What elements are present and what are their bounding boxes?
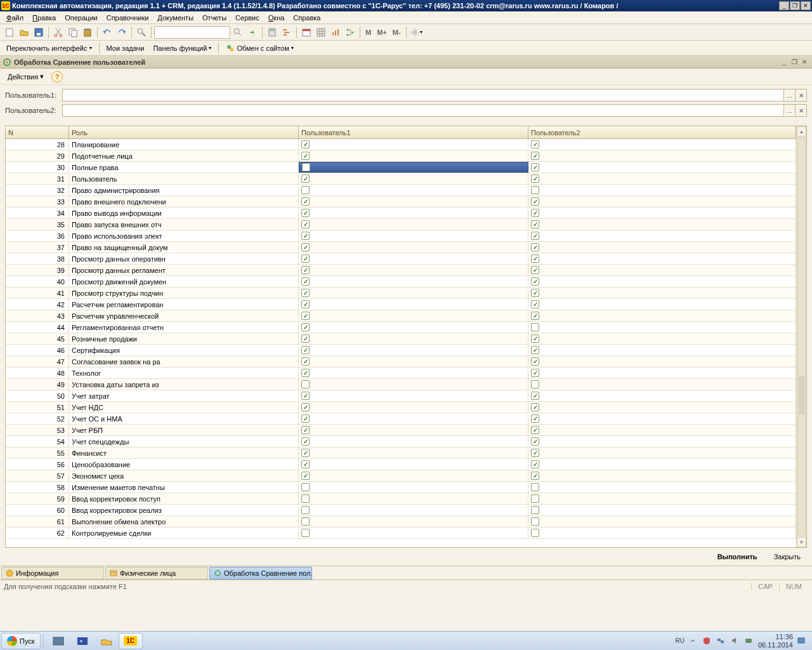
table-row[interactable]: 50Учет затрат <box>6 390 796 402</box>
close-form-button[interactable]: Закрыть <box>769 552 806 562</box>
checkbox-icon[interactable] <box>301 506 310 514</box>
checkbox-icon[interactable] <box>301 186 310 194</box>
cell-user1[interactable] <box>299 219 528 230</box>
checkbox-icon[interactable] <box>531 163 539 171</box>
cell-user1[interactable] <box>299 150 528 161</box>
checkbox-icon[interactable] <box>301 209 310 217</box>
open-icon[interactable] <box>17 25 31 39</box>
cell-user1[interactable] <box>299 185 528 196</box>
checkbox-icon[interactable] <box>301 140 310 149</box>
cell-user1[interactable] <box>299 299 528 310</box>
checkbox-icon[interactable] <box>301 323 310 331</box>
table-row[interactable]: 45Розничные продажи <box>6 333 796 345</box>
scroll-up-icon[interactable]: ▲ <box>797 126 806 136</box>
undo-icon[interactable] <box>100 25 114 39</box>
m-icon[interactable]: M <box>363 25 374 39</box>
cell-user2[interactable] <box>528 516 796 527</box>
actions-dropdown[interactable]: Действия▾ <box>4 71 48 82</box>
table-row[interactable]: 62Контролируемые сделки <box>6 527 796 539</box>
cell-user2[interactable] <box>528 230 796 241</box>
taskbar-app-3[interactable] <box>95 633 119 649</box>
my-tasks-button[interactable]: Мои задачи <box>103 43 148 53</box>
checkbox-icon[interactable] <box>531 243 539 251</box>
table-row[interactable]: 34Право вывода информации <box>6 208 796 219</box>
cell-user2[interactable] <box>528 288 796 298</box>
tab-information[interactable]: Информация <box>1 567 104 580</box>
gantt-icon[interactable] <box>280 25 294 39</box>
cell-user2[interactable] <box>528 470 796 481</box>
table-row[interactable]: 31Пользователь <box>6 173 796 185</box>
checkbox-icon[interactable] <box>301 243 310 251</box>
checkbox-icon[interactable] <box>531 197 539 206</box>
cell-user2[interactable] <box>528 333 796 344</box>
checkbox-icon[interactable] <box>301 266 310 274</box>
maximize-button[interactable]: ❐ <box>790 1 800 10</box>
user1-clear-button[interactable]: ✕ <box>795 90 806 101</box>
cell-user1[interactable] <box>299 253 528 264</box>
cell-user2[interactable] <box>528 413 796 424</box>
paste-icon[interactable] <box>81 25 95 39</box>
tray-lang[interactable]: RU <box>675 637 684 644</box>
cell-user1[interactable] <box>299 425 528 435</box>
cell-user2[interactable] <box>528 368 796 378</box>
cell-user2[interactable] <box>528 505 796 515</box>
checkbox-icon[interactable] <box>531 415 539 423</box>
col-header-n[interactable]: N <box>6 126 69 138</box>
table-row[interactable]: 52Учет ОС и НМА <box>6 413 796 425</box>
menu-operations[interactable]: Операции <box>61 13 101 23</box>
cell-user2[interactable] <box>528 253 796 264</box>
table-row[interactable]: 47Согласование заявок на ра <box>6 356 796 368</box>
checkbox-icon[interactable] <box>531 323 539 331</box>
checkbox-icon[interactable] <box>301 437 310 446</box>
checkbox-icon[interactable] <box>531 255 539 263</box>
cell-user1[interactable] <box>299 448 528 458</box>
table-row[interactable]: 56Ценообразование <box>6 459 796 470</box>
cell-user2[interactable] <box>528 139 796 150</box>
cell-user2[interactable] <box>528 185 796 196</box>
checkbox-icon[interactable] <box>301 197 310 206</box>
checkbox-icon[interactable] <box>531 483 539 491</box>
cell-user2[interactable] <box>528 448 796 458</box>
tray-show-desktop[interactable] <box>797 636 807 646</box>
cell-user1[interactable] <box>299 436 528 447</box>
table-row[interactable]: 38Просмотр данных оперативн <box>6 253 796 265</box>
checkbox-icon[interactable] <box>531 175 539 183</box>
minimize-button[interactable]: _ <box>779 1 789 10</box>
cell-user2[interactable] <box>528 482 796 493</box>
checkbox-icon[interactable] <box>301 220 310 229</box>
cell-user1[interactable] <box>299 527 528 538</box>
checkbox-icon[interactable] <box>531 426 539 434</box>
cell-user2[interactable] <box>528 527 796 538</box>
checkbox-icon[interactable] <box>531 335 539 343</box>
checkbox-icon[interactable] <box>301 472 310 480</box>
cell-user2[interactable] <box>528 310 796 321</box>
checkbox-icon[interactable] <box>531 369 539 377</box>
checkbox-icon[interactable] <box>531 300 539 308</box>
table-row[interactable]: 40Просмотр движений докумен <box>6 276 796 288</box>
subwindow-close[interactable]: ✕ <box>799 58 809 67</box>
checkbox-icon[interactable] <box>301 392 310 400</box>
tray-shield-icon[interactable] <box>702 636 712 646</box>
table-row[interactable]: 30Полные права <box>6 162 796 173</box>
cell-user2[interactable] <box>528 276 796 287</box>
user2-clear-button[interactable]: ✕ <box>795 105 806 116</box>
menu-reports[interactable]: Отчеты <box>199 13 230 23</box>
taskbar-app-1[interactable] <box>46 633 70 649</box>
checkbox-icon[interactable] <box>531 506 539 514</box>
tray-arrow-icon[interactable] <box>688 636 698 646</box>
checkbox-icon[interactable] <box>301 426 310 434</box>
cell-user2[interactable] <box>528 322 796 333</box>
find-icon[interactable] <box>134 25 148 39</box>
cell-user2[interactable] <box>528 208 796 218</box>
checkbox-icon[interactable] <box>531 220 539 229</box>
checkbox-icon[interactable] <box>301 529 310 537</box>
settings-icon[interactable]: ▾ <box>409 25 423 39</box>
exchange-button[interactable]: Обмен с сайтом▾ <box>222 43 297 54</box>
cell-user1[interactable] <box>299 173 528 184</box>
cell-user1[interactable] <box>299 208 528 218</box>
table-row[interactable]: 32Право администрирования <box>6 185 796 196</box>
subwindow-restore[interactable]: ❐ <box>789 58 799 67</box>
checkbox-icon[interactable] <box>531 277 539 286</box>
checkbox-icon[interactable] <box>301 403 310 411</box>
tray-volume-icon[interactable] <box>730 636 740 646</box>
